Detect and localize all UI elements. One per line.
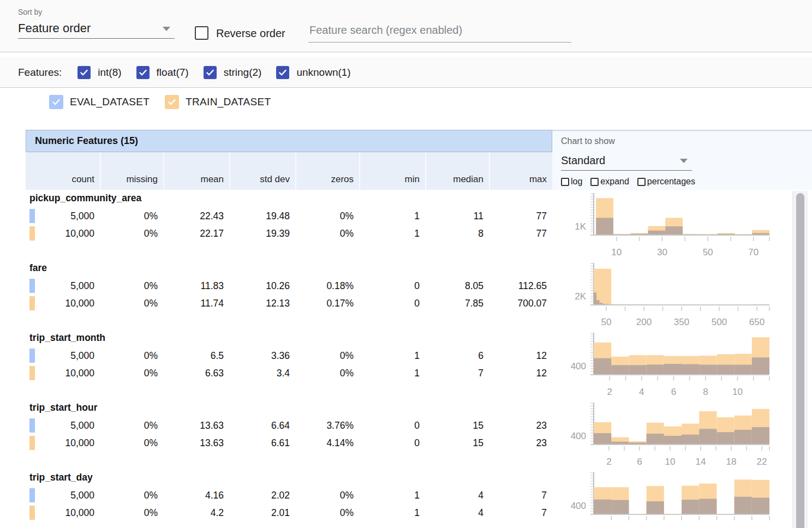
checkbox-checked-icon — [204, 66, 217, 79]
stat-count: 10,000 — [26, 296, 100, 310]
reverse-order-label: Reverse order — [216, 27, 285, 40]
stat-std dev: 6.64 — [229, 418, 295, 433]
sort-by-group: Sort by Feature order — [18, 8, 175, 39]
stat-median: 7.85 — [425, 296, 489, 310]
dataset-toggle-eval_dataset[interactable]: EVAL_DATASET — [49, 95, 150, 109]
checkbox-checked-icon — [276, 66, 289, 79]
stat-zeros: 4.14% — [295, 436, 359, 450]
feature-search-input[interactable] — [308, 22, 571, 43]
dataset-label: TRAIN_DATASET — [186, 96, 271, 108]
scrollbar-thumb[interactable] — [796, 193, 804, 528]
feature-block-trip_start_hour: trip_start_hour5,0000%13.636.643.76%0152… — [26, 400, 552, 470]
feature-name: pickup_community_area — [29, 193, 141, 204]
stat-mean: 22.17 — [163, 226, 229, 241]
column-header-missing[interactable]: missing — [100, 152, 163, 190]
stat-mean: 4.2 — [163, 506, 229, 520]
stat-mean: 13.63 — [163, 436, 229, 450]
stat-std dev: 6.61 — [229, 436, 295, 450]
stat-median: 7 — [425, 366, 489, 380]
column-header-median[interactable]: median — [425, 152, 489, 190]
stat-std dev: 2.02 — [229, 488, 295, 502]
type-filter-int8[interactable]: int(8) — [77, 66, 121, 79]
stat-mean: 4.16 — [163, 488, 229, 502]
histogram-chart-trip_start_hour: 4002610141822 — [562, 400, 780, 470]
type-filter-unknown1[interactable]: unknown(1) — [276, 66, 350, 79]
type-filter-label: float(7) — [157, 67, 189, 79]
chart-type-value: Standard — [561, 154, 605, 166]
type-filter-float7[interactable]: float(7) — [136, 66, 189, 79]
checkbox-unchecked-icon — [637, 178, 646, 186]
stat-max: 700.07 — [489, 296, 552, 310]
dataset-label: EVAL_DATASET — [70, 96, 150, 108]
toolbar: Sort by Feature order Reverse order — [0, 0, 812, 52]
stat-max: 7 — [489, 506, 552, 520]
stat-min: 1 — [359, 506, 425, 520]
stat-median: 4 — [425, 506, 489, 520]
svg-text:1K: 1K — [575, 221, 586, 232]
svg-text:200: 200 — [636, 317, 652, 327]
stat-missing: 0% — [100, 349, 163, 363]
feature-block-pickup_community_area: pickup_community_area5,0000%22.4319.480%… — [26, 191, 552, 261]
stat-median: 8.05 — [425, 279, 489, 293]
column-header-max[interactable]: max — [489, 152, 552, 190]
numeric-features-header: Numeric Features (15) — [26, 130, 552, 152]
svg-text:2K: 2K — [575, 291, 586, 302]
feature-name: trip_start_month — [29, 332, 105, 344]
chart-option-checkboxes: logexpandpercentages — [561, 177, 695, 187]
stat-missing: 0% — [100, 488, 163, 502]
chart-option-label: expand — [600, 177, 629, 187]
column-header-std-dev[interactable]: std dev — [229, 152, 295, 190]
histogram-pickup_community_area: 1K10305070 — [562, 191, 780, 261]
stat-std dev: 19.39 — [229, 226, 295, 241]
type-filter-label: string(2) — [224, 67, 262, 79]
stat-max: 12 — [489, 366, 552, 380]
stat-max: 112.65 — [489, 279, 552, 293]
histogram-trip_start_month: 400246810 — [562, 331, 780, 400]
histogram-chart-fare: 2K50200350500650 — [562, 261, 780, 331]
stat-zeros: 0% — [295, 226, 359, 241]
stat-row-train: 10,0000%22.1719.390%1877 — [26, 226, 552, 241]
dataset-toggle-train_dataset[interactable]: TRAIN_DATASET — [165, 95, 271, 109]
svg-text:50: 50 — [601, 317, 612, 327]
stat-min: 1 — [359, 209, 425, 223]
stat-std dev: 3.4 — [229, 366, 295, 380]
stat-row-train: 10,0000%13.636.614.14%01523 — [26, 436, 552, 450]
histogram-chart-trip_start_month: 400246810 — [562, 331, 780, 400]
stat-mean: 11.83 — [163, 279, 229, 293]
check-icon — [79, 68, 89, 77]
feature-type-filterbar: Features: int(8)float(7)string(2)unknown… — [0, 57, 812, 88]
column-header-min[interactable]: min — [359, 152, 425, 190]
type-filters: int(8)float(7)string(2)unknown(1) — [77, 66, 350, 79]
stat-count: 5,000 — [26, 349, 100, 363]
sort-by-select[interactable]: Feature order — [18, 20, 175, 39]
stat-std dev: 12.13 — [229, 296, 295, 310]
dataset-checkbox-icon — [49, 95, 63, 109]
check-icon — [167, 97, 177, 107]
svg-text:30: 30 — [657, 247, 667, 257]
type-filter-string2[interactable]: string(2) — [204, 66, 262, 79]
sort-by-label: Sort by — [18, 8, 175, 16]
svg-text:70: 70 — [748, 247, 759, 257]
reverse-order-checkbox[interactable] — [195, 26, 208, 40]
stat-std dev: 19.48 — [229, 209, 295, 223]
chevron-down-icon — [680, 159, 688, 163]
chart-type-select[interactable]: Standard — [561, 152, 692, 171]
svg-text:400: 400 — [571, 431, 586, 441]
stat-zeros: 0% — [295, 209, 359, 223]
checkbox-checked-icon — [77, 66, 91, 79]
chart-option-percentages[interactable]: percentages — [637, 177, 695, 187]
stat-max: 12 — [489, 349, 552, 363]
column-header-mean[interactable]: mean — [163, 152, 229, 190]
stat-count: 10,000 — [26, 506, 100, 520]
svg-text:10: 10 — [732, 387, 743, 397]
column-header-zeros[interactable]: zeros — [295, 152, 359, 190]
svg-text:10: 10 — [611, 247, 622, 257]
stat-missing: 0% — [100, 279, 163, 293]
chart-option-expand[interactable]: expand — [590, 177, 629, 187]
column-header-count[interactable]: count — [26, 152, 100, 190]
features-label: Features: — [18, 67, 62, 79]
feature-name: fare — [29, 262, 47, 274]
stat-row-train: 10,0000%11.7412.130.17%07.85700.07 — [26, 296, 552, 310]
chart-option-log[interactable]: log — [561, 177, 582, 187]
stat-missing: 0% — [100, 209, 163, 223]
